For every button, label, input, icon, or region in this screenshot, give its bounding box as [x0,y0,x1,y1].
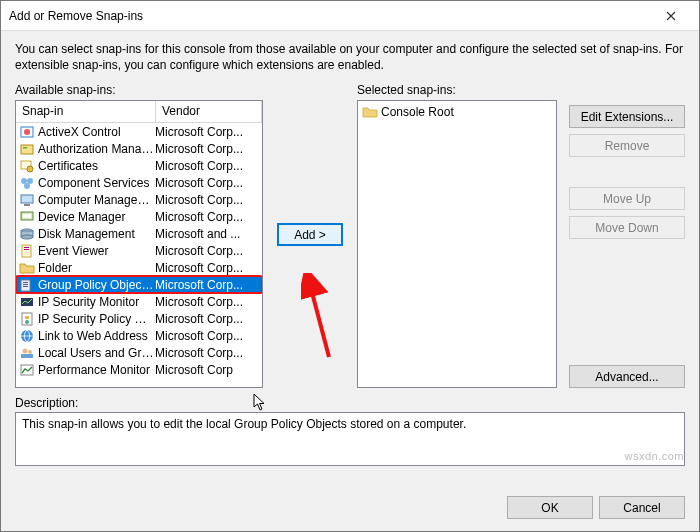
snapin-row[interactable]: CertificatesMicrosoft Corp... [16,157,262,174]
titlebar: Add or Remove Snap-ins [1,1,699,31]
description-box: This snap-in allows you to edit the loca… [15,412,685,466]
dialog-window: Add or Remove Snap-ins You can select sn… [0,0,700,532]
snapin-vendor: Microsoft Corp... [155,176,262,190]
snapin-name: Local Users and Gro... [37,346,155,360]
component-icon [19,175,35,191]
intro-text: You can select snap-ins for this console… [15,41,685,73]
snapin-vendor: Microsoft Corp... [155,244,262,258]
svg-point-25 [25,320,29,324]
snapin-vendor: Microsoft Corp... [155,312,262,326]
add-button[interactable]: Add > [277,223,343,246]
selected-listbox[interactable]: Console Root [357,100,557,388]
snapin-vendor: Microsoft Corp... [155,278,262,292]
snapin-vendor: Microsoft Corp... [155,210,262,224]
snapin-row[interactable]: Local Users and Gro...Microsoft Corp... [16,344,262,361]
snapin-row[interactable]: Authorization ManagerMicrosoft Corp... [16,140,262,157]
link-icon [19,328,35,344]
snapin-vendor: Microsoft Corp [155,363,262,377]
folder-icon [19,260,35,276]
svg-rect-3 [23,147,27,149]
ok-button[interactable]: OK [507,496,593,519]
svg-rect-18 [24,249,29,250]
available-list-body[interactable]: ActiveX ControlMicrosoft Corp...Authoriz… [16,123,262,387]
svg-rect-17 [24,247,29,248]
middle-column: Add > [273,83,347,388]
available-listbox[interactable]: Snap-in Vendor ActiveX ControlMicrosoft … [15,100,263,388]
snapin-name: Folder [37,261,155,275]
ipsecpol-icon [19,311,35,327]
folder-icon [362,104,378,120]
console-root-item[interactable]: Console Root [360,103,554,120]
computer-icon [19,192,35,208]
snapin-row[interactable]: FolderMicrosoft Corp... [16,259,262,276]
snapin-row[interactable]: Performance MonitorMicrosoft Corp [16,361,262,378]
svg-rect-21 [23,284,28,285]
spacer [569,245,685,359]
svg-rect-2 [21,145,33,154]
snapin-name: Computer Managem... [37,193,155,207]
activex-icon [19,124,35,140]
gap [569,83,685,99]
snapin-name: Device Manager [37,210,155,224]
close-button[interactable] [651,1,691,31]
snapin-vendor: Microsoft and ... [155,227,262,241]
footer: OK Cancel [1,488,699,531]
remove-button[interactable]: Remove [569,134,685,157]
snapin-name: Group Policy Object ... [37,278,155,292]
device-icon [19,209,35,225]
auth-icon [19,141,35,157]
snapin-vendor: Microsoft Corp... [155,261,262,275]
move-up-button[interactable]: Move Up [569,187,685,210]
cancel-button[interactable]: Cancel [599,496,685,519]
edit-extensions-button[interactable]: Edit Extensions... [569,105,685,128]
snapin-row[interactable]: IP Security Policy Ma...Microsoft Corp..… [16,310,262,327]
perf-icon [19,362,35,378]
svg-rect-12 [23,214,31,218]
svg-rect-22 [23,286,28,287]
svg-point-5 [27,166,33,172]
description-label: Description: [15,396,685,410]
svg-point-1 [24,129,30,135]
ipsecmon-icon [19,294,35,310]
snapin-name: Certificates [37,159,155,173]
svg-point-27 [23,348,28,353]
snapin-vendor: Microsoft Corp... [155,346,262,360]
header-snapin[interactable]: Snap-in [16,101,156,122]
snapin-name: Component Services [37,176,155,190]
console-root-label: Console Root [381,105,454,119]
svg-rect-29 [21,354,33,358]
svg-rect-19 [21,280,30,291]
columns: Available snap-ins: Snap-in Vendor Activ… [15,83,685,388]
snapin-row[interactable]: Disk ManagementMicrosoft and ... [16,225,262,242]
header-vendor[interactable]: Vendor [156,101,262,122]
snapin-row[interactable]: Event ViewerMicrosoft Corp... [16,242,262,259]
svg-point-7 [27,178,33,184]
snapin-row[interactable]: IP Security MonitorMicrosoft Corp... [16,293,262,310]
svg-point-8 [24,183,30,189]
snapin-row[interactable]: Device ManagerMicrosoft Corp... [16,208,262,225]
snapin-row[interactable]: Computer Managem...Microsoft Corp... [16,191,262,208]
svg-rect-16 [22,245,31,257]
snapin-row[interactable]: ActiveX ControlMicrosoft Corp... [16,123,262,140]
move-down-button[interactable]: Move Down [569,216,685,239]
available-header[interactable]: Snap-in Vendor [16,101,262,123]
cert-icon [19,158,35,174]
svg-rect-20 [23,282,28,283]
snapin-name: Performance Monitor [37,363,155,377]
snapin-vendor: Microsoft Corp... [155,329,262,343]
annotation-arrow [301,273,341,363]
dialog-body: You can select snap-ins for this console… [1,31,699,488]
advanced-button[interactable]: Advanced... [569,365,685,388]
snapin-row[interactable]: Link to Web AddressMicrosoft Corp... [16,327,262,344]
snapin-row[interactable]: Component ServicesMicrosoft Corp... [16,174,262,191]
snapin-row[interactable]: Group Policy Object ...Microsoft Corp... [16,276,262,293]
available-column: Available snap-ins: Snap-in Vendor Activ… [15,83,263,388]
svg-point-6 [21,178,27,184]
svg-point-15 [21,235,33,239]
users-icon [19,345,35,361]
snapin-name: Authorization Manager [37,142,155,156]
selected-wrap: Selected snap-ins: Console Root [357,83,557,388]
gpo-icon [19,277,35,293]
snapin-name: ActiveX Control [37,125,155,139]
snapin-name: IP Security Monitor [37,295,155,309]
